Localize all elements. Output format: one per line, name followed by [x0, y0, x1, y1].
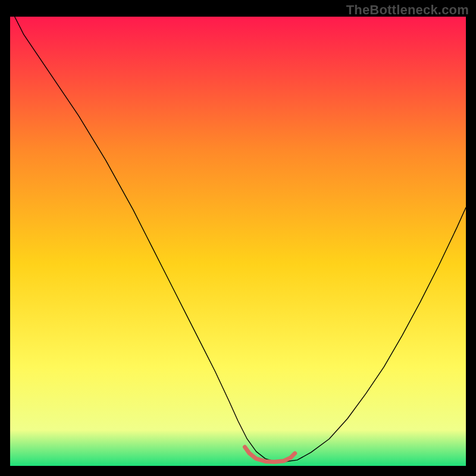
chart-frame: TheBottleneck.com — [0, 0, 476, 476]
watermark-text: TheBottleneck.com — [346, 2, 469, 18]
chart-svg — [10, 17, 466, 466]
chart-plot-area — [10, 17, 466, 466]
gradient-background — [10, 17, 466, 466]
